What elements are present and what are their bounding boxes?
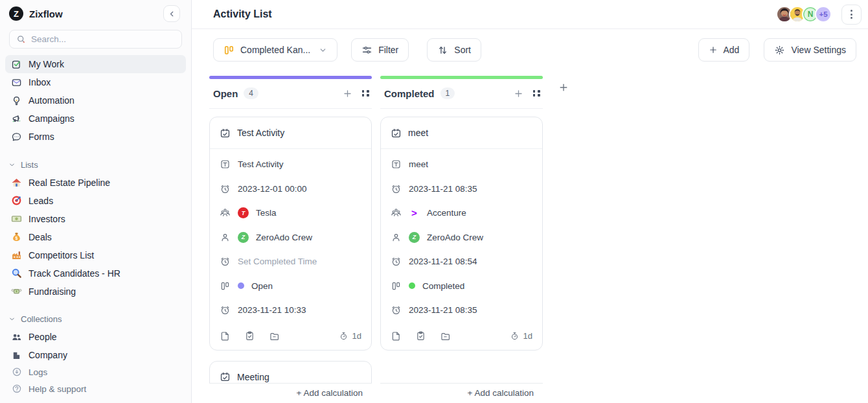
alarm-clock-icon	[220, 183, 231, 194]
view-selector-dropdown[interactable]: Completed Kan...	[213, 38, 337, 62]
activity-card-test-activity[interactable]: Test Activity Test Activity 2023-12-01 0…	[209, 117, 372, 351]
sidebar-item-inbox[interactable]: Inbox	[5, 73, 186, 91]
chevron-down-icon	[319, 46, 327, 54]
task-clipboard-icon[interactable]	[244, 330, 255, 341]
add-calculation-button[interactable]: + Add calculation	[209, 383, 372, 403]
search-input[interactable]	[31, 34, 175, 44]
page-header: Activity List	[192, 0, 868, 29]
card-field-completed-time[interactable]: 2023-11-21 08:54	[391, 249, 532, 274]
status-kanban-icon	[220, 281, 231, 292]
note-icon[interactable]	[391, 330, 402, 341]
field-value: ZeroAdo Crew	[427, 233, 483, 242]
card-field-status[interactable]: Open	[220, 274, 361, 299]
more-options-button[interactable]	[841, 5, 862, 25]
sidebar-item-company[interactable]: Company	[5, 346, 186, 363]
filter-button[interactable]: Filter	[351, 38, 409, 62]
sidebar-item-help-support[interactable]: Help & support	[8, 380, 183, 397]
task-clipboard-icon[interactable]	[415, 330, 426, 341]
brand-row: Z Zixflow	[0, 0, 191, 26]
card-field-start-time[interactable]: 2023-12-01 00:00	[220, 177, 361, 202]
brand-name: Zixflow	[29, 8, 63, 19]
money-bag-icon	[11, 231, 22, 242]
folder-icon[interactable]	[269, 330, 280, 341]
add-card-button[interactable]	[514, 89, 523, 98]
stopwatch-icon	[339, 331, 348, 341]
sidebar-item-deals[interactable]: Deals	[5, 228, 186, 246]
sidebar-item-campaigns[interactable]: Campaigns	[5, 109, 186, 128]
card-title: Test Activity	[237, 128, 284, 138]
card-footer: 1d	[210, 324, 371, 350]
sidebar-collapse-button[interactable]	[163, 5, 180, 22]
sidebar-item-real-estate-pipeline[interactable]: Real Estate Pipeline	[5, 174, 186, 192]
drag-handle-icon[interactable]	[362, 90, 371, 97]
column-count-badge: 1	[440, 87, 455, 99]
card-field-owner[interactable]: Z ZeroAdo Crew	[391, 225, 532, 250]
column-header: Completed 1	[380, 85, 543, 102]
column-divider	[380, 108, 543, 109]
sidebar-item-logs[interactable]: Logs	[8, 363, 183, 380]
sidebar-item-my-work[interactable]: My Work	[5, 55, 186, 73]
house-icon	[11, 177, 22, 188]
avatar-stack[interactable]: N +5	[776, 6, 832, 23]
add-card-button[interactable]	[343, 89, 352, 98]
sidebar-item-people[interactable]: People	[5, 328, 186, 346]
sidebar-item-label: Forms	[29, 132, 54, 142]
sidebar-item-label: Inbox	[29, 77, 51, 87]
card-field-completed-time[interactable]: Set Completed Time	[220, 249, 361, 274]
card-field-start-time[interactable]: 2023-11-21 08:35	[391, 177, 532, 202]
drag-handle-icon[interactable]	[533, 90, 542, 97]
text-field-icon	[220, 159, 231, 170]
activity-card-meet[interactable]: meet meet 2023-11-21 08:35	[380, 117, 543, 351]
calendar-check-icon	[220, 128, 231, 139]
sidebar-item-fundraising[interactable]: Fundraising	[5, 282, 186, 301]
section-lists[interactable]: Lists	[0, 157, 191, 172]
card-header[interactable]: meet	[381, 117, 542, 149]
duration-badge: 1d	[339, 331, 361, 341]
page-title: Activity List	[213, 8, 272, 20]
avatar-overflow-count[interactable]: +5	[815, 6, 832, 23]
sidebar-item-competitors-list[interactable]: Competitors List	[5, 246, 186, 264]
target-icon	[11, 195, 22, 206]
card-field-name[interactable]: meet	[391, 152, 532, 177]
sidebar-item-track-candidates-hr[interactable]: Track Candidates - HR	[5, 264, 186, 282]
person-icon	[220, 232, 231, 243]
zeroado-avatar: Z	[238, 232, 249, 243]
chevron-down-icon	[8, 161, 16, 168]
sidebar-item-automation[interactable]: Automation	[5, 91, 186, 109]
sidebar-item-leads[interactable]: Leads	[5, 192, 186, 210]
person-icon	[391, 232, 402, 243]
folder-icon[interactable]	[440, 330, 451, 341]
sort-button[interactable]: Sort	[427, 38, 481, 62]
card-field-created-time[interactable]: 2023-11-21 08:35	[391, 298, 532, 323]
card-field-name[interactable]: Test Activity	[220, 152, 361, 177]
card-field-status[interactable]: Completed	[391, 274, 532, 299]
card-list: Test Activity Test Activity 2023-12-01 0…	[209, 117, 372, 403]
card-footer: 1d	[381, 324, 542, 350]
sidebar-item-label: Deals	[29, 232, 52, 242]
sidebar-search[interactable]	[9, 30, 182, 49]
sidebar-item-label: Help & support	[29, 384, 86, 394]
duration-value: 1d	[523, 331, 532, 341]
card-field-created-time[interactable]: 2023-11-21 10:33	[220, 298, 361, 323]
status-dot	[238, 282, 244, 289]
sidebar-item-label: People	[29, 332, 57, 342]
field-value: Tesla	[256, 208, 277, 218]
card-field-company[interactable]: > Accenture	[391, 201, 532, 225]
note-icon[interactable]	[220, 330, 231, 341]
add-button[interactable]: Add	[698, 38, 750, 62]
add-calculation-button[interactable]: + Add calculation	[380, 383, 543, 403]
view-settings-button[interactable]: View Settings	[764, 38, 856, 62]
section-collections[interactable]: Collections	[0, 312, 191, 327]
status-dot	[409, 282, 415, 289]
sidebar-item-investors[interactable]: Investors	[5, 210, 186, 228]
field-value: Completed	[422, 281, 464, 291]
field-value: meet	[409, 159, 428, 169]
avatar-initial: N	[808, 10, 814, 19]
sidebar-item-forms[interactable]: Forms	[5, 128, 186, 146]
card-field-company[interactable]: T Tesla	[220, 201, 361, 225]
card-header[interactable]: Test Activity	[210, 117, 371, 149]
field-placeholder: Set Completed Time	[238, 257, 317, 266]
card-field-owner[interactable]: Z ZeroAdo Crew	[220, 225, 361, 250]
stopwatch-icon	[510, 331, 520, 341]
add-column-button[interactable]	[558, 82, 569, 93]
